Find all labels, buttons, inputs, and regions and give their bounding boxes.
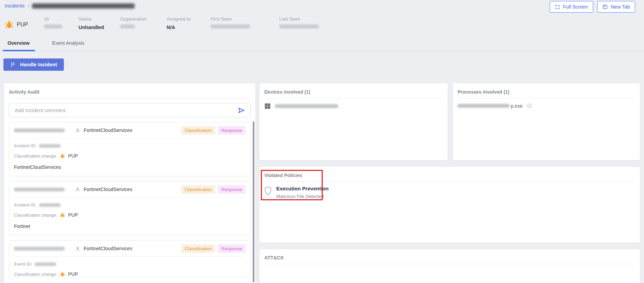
full-screen-button[interactable]: Full Screen (550, 1, 593, 13)
field-organization-value-redacted (120, 25, 135, 28)
audit-user: FortinetCloudServices (84, 187, 132, 192)
new-tab-icon (602, 4, 608, 10)
field-last-seen-value-redacted (279, 25, 319, 28)
field-status: Status Unhandled (79, 16, 120, 30)
processes-involved-title: Processes involved (1) (453, 83, 640, 98)
user-icon (75, 187, 81, 192)
field-assigned-to: Assigned to N/A (167, 16, 211, 30)
incident-id-redacted (39, 144, 60, 148)
bug-icon (60, 271, 65, 277)
attack-card: ATT&CK (260, 249, 640, 283)
incident-id-label: Incident ID: (14, 143, 37, 148)
classification-change-line: Classification change: PUP (14, 212, 246, 218)
response-badge: Response (218, 185, 246, 194)
event-id-label: Event ID: (14, 261, 32, 267)
handle-incident-button[interactable]: Handle Incident (3, 58, 64, 71)
audit-message: FortinetCloudServices (14, 164, 246, 170)
activity-audit-card: Activity Audit FortinetCloudServices Cla… (4, 83, 255, 283)
device-row[interactable] (260, 98, 448, 114)
classification-change-value: PUP (68, 212, 78, 218)
devices-involved-title: Devices involved (1) (260, 83, 448, 98)
divider (9, 98, 251, 98)
active-tab-indicator (3, 50, 35, 51)
activity-audit-title: Activity Audit (4, 83, 255, 98)
field-organization-label: Organization (120, 16, 167, 22)
fullscreen-icon (555, 4, 560, 10)
violated-policies-card: Violated Policies Execution Prevention M… (260, 167, 640, 243)
breadcrumb: Incidents › (5, 3, 135, 9)
audit-entry: FortinetCloudServices Classification Res… (9, 240, 251, 277)
timestamp-redacted (14, 129, 65, 132)
field-first-seen: First Seen (211, 16, 279, 30)
incident-meta-row: PUP ID Status Unhandled Organization Ass… (5, 16, 637, 30)
field-status-value: Unhandled (79, 25, 120, 30)
audit-user: FortinetCloudServices (84, 127, 132, 133)
field-last-seen: Last Seen (279, 16, 348, 30)
incident-title-redacted (32, 3, 135, 9)
full-screen-label: Full Screen (563, 4, 588, 10)
activity-scrollbar[interactable] (253, 121, 254, 282)
classification-label: PUP (17, 22, 28, 28)
field-assigned-value: N/A (167, 25, 211, 30)
classification-badge: Classification (181, 126, 215, 135)
bug-icon (60, 212, 65, 218)
classification-change-value: PUP (68, 271, 78, 277)
new-tab-button[interactable]: New Tab (597, 1, 635, 13)
field-assigned-label: Assigned to (167, 16, 211, 22)
audit-entry-header: FortinetCloudServices Classification Res… (14, 241, 246, 257)
windows-icon (264, 103, 271, 109)
event-id-line: Event ID: (14, 261, 246, 267)
send-comment-button[interactable] (237, 106, 246, 115)
audit-entry: FortinetCloudServices Classification Res… (9, 181, 251, 235)
process-row[interactable]: p.exe (453, 98, 640, 113)
response-badge: Response (218, 126, 246, 135)
response-badge: Response (218, 244, 246, 253)
audit-entry-header: FortinetCloudServices Classification Res… (14, 181, 246, 198)
breadcrumb-incidents-link[interactable]: Incidents (5, 3, 25, 9)
tab-bar: Overview Event Analysis (5, 38, 88, 48)
add-comment-input[interactable] (9, 103, 251, 117)
field-first-seen-value-redacted (211, 25, 250, 28)
classification-change-line: Classification change: PUP (14, 153, 246, 159)
classification-change-value: PUP (68, 153, 78, 159)
violated-policies-title: Violated Policies (260, 167, 640, 181)
user-icon (75, 246, 81, 252)
field-last-seen-label: Last Seen (279, 16, 348, 22)
send-icon (237, 106, 246, 114)
incident-id-line: Incident ID: (14, 202, 246, 207)
incident-id-redacted (39, 203, 60, 207)
user-icon (75, 127, 81, 133)
divider (264, 264, 635, 264)
policy-row[interactable]: Execution Prevention Malicious File Dete… (260, 182, 640, 199)
tab-event-analysis[interactable]: Event Analysis (48, 38, 88, 48)
handle-incident-label: Handle Incident (20, 62, 57, 67)
classification-badge: Classification (181, 244, 215, 253)
process-name-redacted (458, 104, 509, 108)
device-name-redacted (275, 104, 338, 108)
audit-entry-header: FortinetCloudServices Classification Res… (14, 122, 246, 138)
field-first-seen-label: First Seen (211, 16, 279, 22)
field-organization: Organization (120, 16, 167, 30)
classification-badge: Classification (181, 185, 215, 194)
new-tab-label: New Tab (611, 4, 630, 10)
classification-change-label: Classification change: (14, 153, 57, 159)
incident-classification: PUP (5, 16, 44, 30)
classification-change-label: Classification change: (14, 213, 57, 218)
field-status-label: Status (79, 16, 120, 22)
timestamp-redacted (14, 247, 65, 251)
comment-box (9, 103, 251, 117)
certificate-icon (527, 103, 532, 109)
shield-icon (264, 186, 272, 199)
field-id-value-redacted (44, 25, 62, 28)
topbar-actions: Full Screen New Tab (550, 1, 635, 13)
top-bar: Incidents › Full Screen New Tab (0, 0, 644, 14)
bug-icon (5, 20, 14, 29)
field-id: ID (44, 16, 79, 30)
flag-icon (10, 62, 16, 68)
processes-involved-card: Processes involved (1) p.exe (453, 83, 640, 160)
audit-entry: FortinetCloudServices Classification Res… (9, 122, 251, 176)
policy-name: Execution Prevention (276, 186, 328, 191)
header-divider (0, 51, 644, 51)
audit-user: FortinetCloudServices (84, 246, 132, 251)
tab-overview[interactable]: Overview (5, 38, 34, 48)
